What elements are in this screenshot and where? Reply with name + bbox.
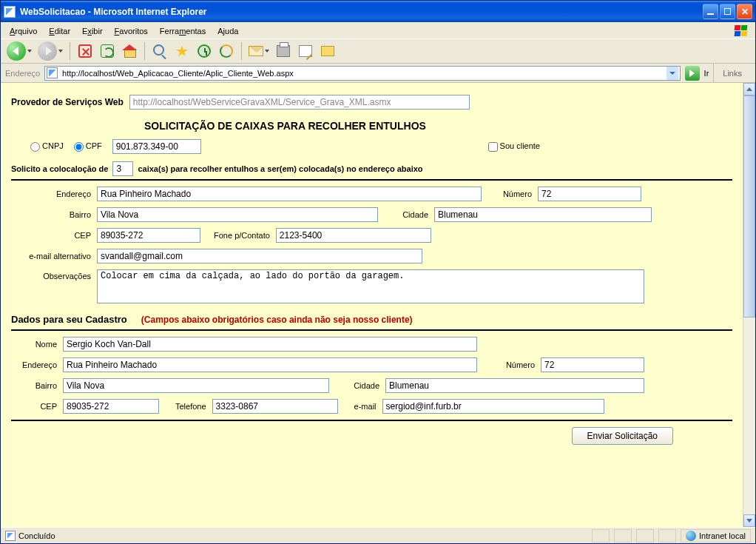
delivery-address-label: Endereço	[11, 189, 91, 198]
print-icon	[277, 45, 290, 57]
doc-number-field[interactable]	[112, 139, 201, 154]
scroll-down-icon[interactable]	[743, 514, 755, 527]
history-button[interactable]	[195, 41, 214, 61]
cpf-radio[interactable]	[74, 142, 84, 152]
status-pane	[658, 529, 676, 543]
zone-pane: Intranet local	[681, 529, 751, 543]
vertical-scrollbar[interactable]	[743, 83, 755, 527]
stop-icon	[78, 44, 92, 58]
reg-name-label: Nome	[11, 340, 57, 349]
client-checkbox[interactable]	[488, 142, 498, 152]
delivery-district-label: Bairro	[11, 210, 91, 219]
status-text: Concluído	[18, 531, 55, 540]
delivery-number-field[interactable]	[538, 187, 641, 201]
reg-city-field[interactable]	[385, 378, 644, 393]
page-content: Provedor de Serviços Web SOLICITAÇÃO DE …	[1, 83, 743, 527]
register-heading: Dados para seu Cadastro	[11, 314, 127, 325]
box-count-field[interactable]	[112, 161, 133, 176]
edit-button[interactable]	[296, 41, 315, 61]
alt-email-field[interactable]	[97, 249, 422, 263]
links-pane[interactable]: Links	[713, 64, 751, 82]
status-pane	[592, 529, 610, 543]
delivery-cep-field[interactable]	[97, 228, 200, 243]
cnpj-radio[interactable]	[30, 142, 40, 152]
divider	[11, 420, 732, 421]
menu-ferramentas[interactable]: Ferramentas	[154, 25, 212, 37]
reg-name-field[interactable]	[63, 337, 477, 352]
reg-cep-field[interactable]	[63, 399, 159, 414]
viewport: Provedor de Serviços Web SOLICITAÇÃO DE …	[1, 83, 755, 527]
toolbar-separator	[70, 42, 70, 60]
delivery-city-label: Cidade	[384, 210, 428, 219]
delivery-phone-field[interactable]	[276, 228, 431, 243]
toolbar-separator	[241, 42, 242, 60]
back-button[interactable]	[5, 40, 33, 62]
delivery-cep-label: CEP	[11, 231, 91, 240]
go-label: Ir	[704, 69, 709, 78]
reg-address-field[interactable]	[63, 357, 477, 372]
mail-button[interactable]	[247, 41, 271, 61]
sync-button[interactable]	[217, 41, 236, 61]
done-icon	[5, 531, 16, 541]
search-icon	[153, 44, 166, 58]
star-icon: ★	[175, 44, 189, 58]
menu-favoritos[interactable]: Favoritos	[109, 25, 154, 37]
menu-editar[interactable]: Editar	[43, 25, 76, 37]
delivery-number-label: Número	[487, 189, 532, 198]
reg-number-field[interactable]	[541, 357, 644, 372]
menu-arquivo[interactable]: Arquivo	[4, 25, 43, 37]
discuss-button[interactable]	[318, 41, 337, 61]
notes-field[interactable]	[97, 269, 644, 303]
refresh-button[interactable]	[98, 41, 117, 61]
address-bar: Endereço Ir Links	[1, 64, 755, 83]
delivery-phone-label: Fone p/Contato	[206, 231, 270, 240]
submit-button[interactable]: Enviar Solicitação	[572, 427, 673, 445]
reg-cep-label: CEP	[11, 402, 57, 411]
minimize-button[interactable]	[703, 4, 718, 19]
throbber-icon	[732, 24, 752, 38]
refresh-icon	[101, 44, 114, 58]
address-input[interactable]	[61, 68, 663, 78]
address-box	[44, 66, 680, 81]
toolbar: ★	[1, 38, 755, 64]
request-suffix: caixa(s) para recolher entulhos a ser(em…	[138, 164, 422, 173]
reg-phone-field[interactable]	[212, 399, 338, 414]
discuss-icon	[321, 46, 334, 56]
cnpj-radio-label[interactable]: CNPJ	[30, 141, 64, 152]
notes-label: Observações	[11, 269, 91, 281]
delivery-city-field[interactable]	[434, 207, 652, 222]
favorites-button[interactable]: ★	[172, 41, 192, 61]
home-icon	[122, 44, 137, 58]
request-prefix: Solicito a colocaloção de	[11, 164, 108, 173]
status-pane	[636, 529, 654, 543]
search-button[interactable]	[150, 41, 169, 61]
home-button[interactable]	[120, 41, 139, 61]
divider	[11, 329, 732, 331]
reg-email-label: e-mail	[344, 402, 377, 411]
forward-button[interactable]	[36, 40, 64, 62]
delivery-district-field[interactable]	[97, 207, 378, 222]
print-button[interactable]	[274, 41, 293, 61]
scroll-up-icon[interactable]	[743, 83, 755, 95]
reg-district-field[interactable]	[63, 378, 329, 393]
close-button[interactable]: ✕	[737, 4, 752, 19]
menu-exibir[interactable]: Exibir	[76, 25, 109, 37]
reg-email-field[interactable]	[382, 399, 604, 414]
delivery-address-field[interactable]	[97, 187, 482, 201]
register-warning: (Campos abaixo obrigatórios caso ainda n…	[141, 315, 413, 325]
go-button[interactable]	[685, 66, 700, 81]
reg-number-label: Número	[490, 360, 535, 369]
status-left: Concluído	[5, 529, 587, 543]
reg-district-label: Bairro	[11, 381, 57, 390]
app-icon	[4, 6, 16, 18]
address-dropdown[interactable]	[666, 67, 678, 80]
provider-url-field	[129, 95, 470, 110]
page-icon	[47, 67, 58, 78]
menu-ajuda[interactable]: Ajuda	[212, 25, 244, 37]
cpf-radio-label[interactable]: CPF	[74, 141, 102, 152]
client-checkbox-label[interactable]: Sou cliente	[488, 141, 540, 152]
maximize-button[interactable]	[720, 4, 735, 19]
scroll-thumb[interactable]	[743, 95, 755, 318]
window-title: WebSolicitacao - Microsoft Internet Expl…	[20, 7, 703, 17]
stop-button[interactable]	[75, 41, 95, 61]
